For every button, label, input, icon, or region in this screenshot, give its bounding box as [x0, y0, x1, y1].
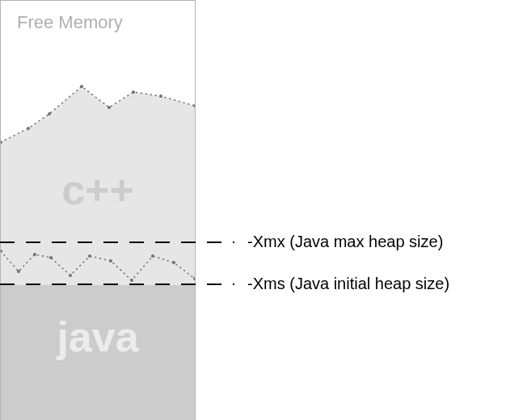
xmx-annotation: -Xmx (Java max heap size) [247, 233, 443, 251]
svg-point-12 [33, 253, 36, 255]
svg-point-9 [193, 104, 195, 107]
svg-point-10 [1, 250, 2, 252]
svg-point-2 [1, 141, 2, 143]
svg-point-4 [48, 112, 50, 115]
svg-point-5 [80, 85, 82, 87]
svg-point-18 [151, 254, 154, 257]
svg-point-8 [159, 94, 162, 97]
svg-point-19 [172, 261, 175, 263]
xms-annotation: -Xms (Java initial heap size) [247, 275, 449, 293]
svg-point-14 [69, 274, 71, 276]
svg-point-20 [193, 277, 195, 279]
free-memory-label: Free Memory [17, 12, 123, 33]
svg-point-3 [27, 127, 29, 129]
memory-diagram: Free Memory c++ java [0, 0, 196, 420]
svg-point-11 [17, 270, 19, 272]
svg-point-16 [109, 259, 112, 262]
java-label: java [1, 313, 195, 361]
svg-point-6 [108, 106, 110, 108]
svg-point-13 [49, 256, 52, 258]
cpp-label: c++ [1, 166, 195, 214]
svg-point-17 [130, 279, 133, 281]
svg-point-15 [88, 254, 91, 257]
svg-point-7 [132, 90, 134, 93]
